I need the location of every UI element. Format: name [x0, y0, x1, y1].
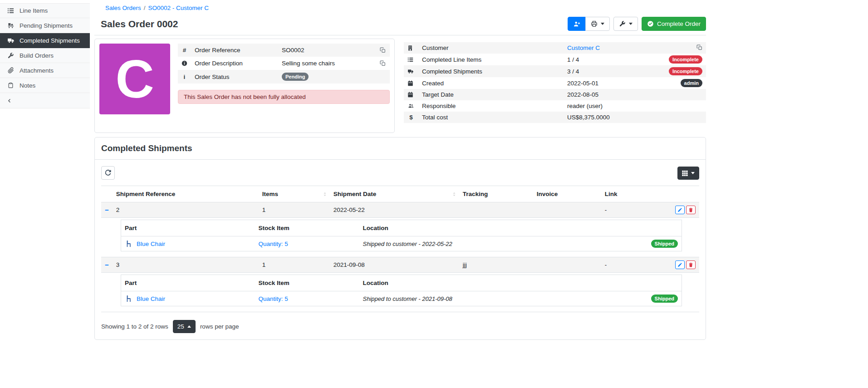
- calendar-icon: [407, 80, 415, 86]
- shipment-date: 2022-05-22: [330, 202, 459, 218]
- stock-item-link[interactable]: Quantity: 5: [259, 241, 288, 247]
- completed-line-items-value: 1 / 4: [564, 54, 655, 65]
- print-actions-button[interactable]: [585, 17, 610, 31]
- order-reference-label: Order Reference: [191, 44, 278, 57]
- sidebar-item-line-items[interactable]: Line Items: [0, 3, 90, 18]
- column-header-tracking: Tracking: [459, 186, 533, 202]
- chair-part-icon: [125, 295, 132, 303]
- customer-link[interactable]: Customer C: [567, 44, 600, 51]
- shipment-row: − 2 1 2022-05-22 -: [101, 202, 699, 218]
- header-divider: [94, 35, 706, 35]
- order-reference-row: # Order Reference SO0002: [178, 44, 390, 57]
- caret-down-icon: [601, 23, 604, 25]
- refresh-button[interactable]: [101, 166, 115, 180]
- created-value: 2022-05-01: [564, 77, 655, 89]
- sidebar-item-notes[interactable]: Notes: [0, 78, 90, 93]
- sidebar-collapse-button[interactable]: [0, 93, 90, 108]
- column-header-date[interactable]: Shipment Date: [330, 186, 459, 202]
- shipment-items: 1: [259, 257, 330, 273]
- location-text: Shipped to customer - 2022-05-22: [363, 241, 452, 247]
- part-link[interactable]: Blue Chair: [137, 241, 165, 247]
- columns-button[interactable]: [677, 167, 699, 180]
- stock-item-link[interactable]: Quantity: 5: [259, 295, 288, 302]
- completed-line-items-row: Completed Line Items 1 / 4 Incomplete: [404, 54, 706, 65]
- shipment-invoice: [533, 257, 601, 273]
- refresh-icon: [104, 169, 112, 177]
- copy-icon[interactable]: [696, 45, 702, 52]
- subcolumn-header-status: [607, 275, 682, 291]
- header-actions: Complete Order: [568, 17, 706, 31]
- list-icon: [407, 57, 415, 63]
- sort-icon: [323, 192, 327, 197]
- target-date-value: 2022-08-05: [564, 89, 655, 100]
- main-content: Sales Orders/SO0002 - Customer C Sales O…: [90, 0, 868, 340]
- print-button-group: [568, 17, 610, 31]
- column-header-link: Link: [601, 186, 647, 202]
- completed-shipments-body: Shipment Reference Items Shipment Date T…: [95, 160, 706, 339]
- completed-shipments-title: Completed Shipments: [95, 138, 706, 160]
- sidebar: Line Items Pending Shipments Completed S…: [0, 0, 90, 340]
- responsible-label: Responsible: [418, 100, 564, 112]
- page-size-value: 25: [177, 323, 184, 330]
- delete-shipment-button[interactable]: [686, 206, 696, 214]
- info-circle-icon: [181, 60, 187, 66]
- clipboard-icon: [7, 82, 15, 89]
- assigned-user-button[interactable]: [568, 17, 586, 31]
- delete-shipment-button[interactable]: [686, 260, 696, 269]
- order-summary-section: C # Order Reference SO0002: [94, 39, 706, 133]
- shipment-item-row: Blue Chair Quantity: 5 Shipped to custom…: [121, 236, 682, 251]
- part-link[interactable]: Blue Chair: [137, 295, 165, 302]
- table-pagination: Showing 1 to 2 of 2 rows 25 rows per pag…: [101, 320, 699, 333]
- shipment-invoice: [533, 202, 601, 218]
- sort-icon: [452, 192, 456, 197]
- edit-shipment-button[interactable]: [675, 206, 685, 214]
- sidebar-item-build-orders[interactable]: Build Orders: [0, 48, 90, 63]
- shipment-link: -: [601, 257, 647, 273]
- order-info-table: # Order Reference SO0002 Order Descripti…: [178, 44, 390, 83]
- shipment-row: − 3 1 2021-09-08 jjj -: [101, 257, 699, 273]
- column-header-items[interactable]: Items: [259, 186, 330, 202]
- breadcrumb-sales-orders[interactable]: Sales Orders: [105, 5, 141, 11]
- sidebar-item-pending-shipments[interactable]: Pending Shipments: [0, 18, 90, 33]
- copy-icon[interactable]: [380, 47, 386, 53]
- responsible-row: Responsible reader (user): [404, 100, 706, 112]
- sidebar-item-attachments[interactable]: Attachments: [0, 63, 90, 78]
- subtable-header-row: Part Stock Item Location: [121, 220, 682, 236]
- columns-grid-icon: [682, 170, 688, 176]
- page-size-select[interactable]: 25: [173, 320, 196, 333]
- collapse-row-icon[interactable]: −: [105, 261, 109, 269]
- edit-shipment-button[interactable]: [675, 260, 685, 269]
- complete-order-label: Complete Order: [657, 20, 701, 27]
- subcolumn-header-part: Part: [121, 220, 255, 236]
- complete-order-button[interactable]: Complete Order: [642, 17, 706, 31]
- target-date-label: Target Date: [418, 89, 564, 100]
- shipped-badge: Shipped: [651, 295, 678, 303]
- breadcrumb-current[interactable]: SO0002 - Customer C: [148, 5, 209, 11]
- subcolumn-header-location: Location: [359, 275, 607, 291]
- order-status-row: i Order Status Pending: [178, 70, 390, 83]
- breadcrumb-separator: /: [144, 5, 146, 11]
- customer-row: Customer Customer C: [404, 42, 706, 54]
- total-cost-row: $ Total cost US$8,375.0000: [404, 112, 706, 123]
- shipped-badge: Shipped: [651, 240, 678, 248]
- column-header-reference: Shipment Reference: [113, 186, 259, 202]
- shipment-link: -: [601, 202, 647, 218]
- order-reference-value: SO0002: [278, 44, 376, 57]
- calendar-icon: [407, 92, 415, 98]
- created-row: Created 2022-05-01 admin: [404, 77, 706, 89]
- paperclip-icon: [7, 67, 15, 74]
- column-header-actions: [647, 186, 699, 202]
- building-icon: [407, 45, 415, 51]
- target-date-row: Target Date 2022-08-05: [404, 89, 706, 100]
- sidebar-item-completed-shipments[interactable]: Completed Shipments: [0, 33, 90, 48]
- list-icon: [7, 7, 15, 14]
- collapse-row-icon[interactable]: −: [105, 206, 109, 214]
- tools-icon: [7, 52, 15, 59]
- created-label: Created: [418, 77, 564, 89]
- completed-shipments-panel: Completed Shipments: [94, 137, 706, 340]
- order-details-panel: Customer Customer C Completed Line Items…: [404, 42, 706, 123]
- chair-part-icon: [125, 240, 132, 248]
- total-cost-label: Total cost: [418, 112, 564, 123]
- copy-icon[interactable]: [380, 60, 386, 66]
- order-actions-button[interactable]: [613, 17, 638, 31]
